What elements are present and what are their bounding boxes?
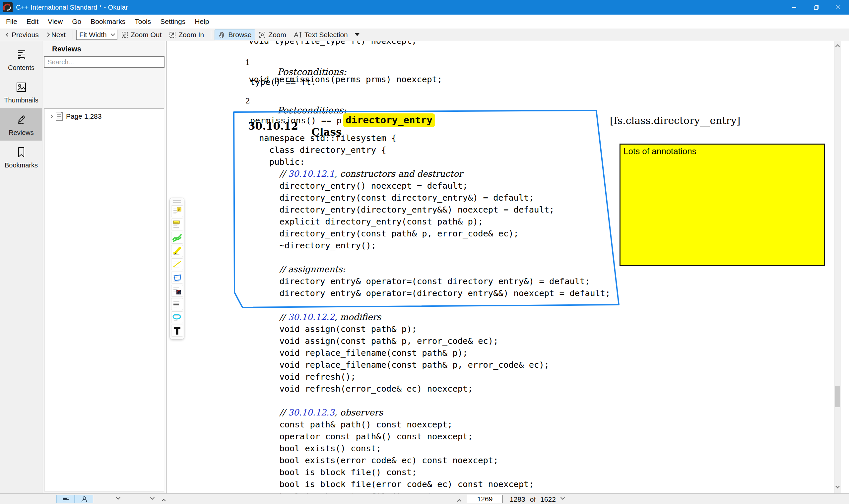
scrollbar-thumb[interactable] — [835, 386, 840, 407]
doc-paragraph-1: 1 Postconditions: type() == ft. — [236, 52, 346, 93]
previous-page-chevron-icon[interactable] — [457, 499, 461, 503]
inline-note-annotation[interactable]: Lots of annotations — [619, 144, 825, 266]
tool-menu-caret-icon[interactable] — [355, 33, 360, 36]
navigation-sidebar: Contents Thumbnails Reviews Bookmarks — [0, 41, 42, 504]
doc-code-signature: void permissions(perms prms) noexcept; — [249, 74, 442, 84]
hand-icon — [218, 31, 226, 38]
menu-edit[interactable]: Edit — [22, 15, 43, 29]
contents-icon — [14, 48, 29, 62]
freehand-line-tool-button[interactable] — [171, 232, 183, 244]
zoom-out-button[interactable]: Zoom Out — [118, 30, 165, 40]
zoom-in-icon — [169, 31, 176, 38]
reviews-panel: Reviews Page 1,283 — [43, 41, 166, 493]
reviews-pen-icon — [14, 112, 29, 127]
annotation-author-view-toggle[interactable] — [75, 495, 93, 503]
panel-expand-chevron-icon[interactable] — [162, 499, 166, 503]
zoom-in-button[interactable]: Zoom In — [165, 30, 207, 40]
stamp-tool-button[interactable] — [171, 285, 183, 297]
polygon-tool-button[interactable] — [171, 272, 183, 284]
annotation-list-view-toggle[interactable] — [56, 495, 75, 503]
toolbar-separator — [211, 31, 211, 39]
view-options-chevron-icon[interactable] — [116, 496, 120, 500]
popup-note-tool-button[interactable] — [171, 205, 183, 217]
reviews-search-input[interactable] — [44, 56, 164, 68]
reviews-panel-title: Reviews — [52, 45, 166, 53]
document-view[interactable]: void type(file_type ft) noexcept; 1 Post… — [166, 41, 841, 493]
window-title: C++ International Standard * - Okular — [16, 4, 128, 11]
okular-window: C++ International Standard * - Okular Fi… — [0, 0, 849, 504]
reviews-tree-item-page[interactable]: Page 1,283 — [44, 109, 164, 123]
chevron-right-icon — [46, 33, 50, 37]
sidebar-item-contents[interactable]: Contents — [0, 43, 42, 76]
reviews-tree: Page 1,283 — [44, 108, 164, 491]
sidebar-item-reviews[interactable]: Reviews — [0, 108, 42, 141]
menu-file[interactable]: File — [1, 15, 22, 29]
expander-chevron-icon[interactable] — [49, 114, 53, 118]
drag-handle[interactable] — [173, 200, 181, 203]
menu-bookmarks[interactable]: Bookmarks — [86, 15, 130, 29]
titlebar: C++ International Standard * - Okular — [0, 0, 849, 15]
stable-name-tag: [fs.class.directory__entry] — [610, 115, 741, 126]
sidebar-item-thumbnails[interactable]: Thumbnails — [0, 76, 42, 108]
chevron-down-icon — [111, 32, 115, 36]
zoom-tool-button[interactable]: Zoom — [255, 30, 290, 40]
inline-note-tool-button[interactable] — [171, 218, 183, 231]
minimize-button[interactable] — [783, 0, 805, 15]
previous-button[interactable]: Previous — [3, 30, 42, 40]
chevron-left-icon — [6, 33, 10, 37]
highlight-annotation[interactable]: directory_entry — [343, 113, 435, 127]
close-button[interactable] — [827, 0, 849, 15]
doc-section-heading: 30.10.12 Class directory_entry [fs.class… — [166, 114, 841, 131]
browse-tool-button[interactable]: Browse — [215, 30, 255, 40]
doc-code-listing: namespace std::filesystem { class direct… — [259, 132, 610, 493]
next-page-chevron-icon[interactable] — [560, 496, 565, 500]
scroll-up-arrow-icon[interactable] — [835, 44, 840, 49]
panel-collapse-chevron-icon[interactable] — [150, 496, 155, 500]
thumbnails-icon — [14, 80, 29, 94]
zoom-tool-icon — [259, 31, 266, 38]
page-position-label: 1283of1622 — [510, 496, 560, 503]
menu-settings[interactable]: Settings — [156, 15, 190, 29]
text-selection-tool-button[interactable]: Text Selection — [290, 30, 351, 40]
highlighter-tool-button[interactable] — [171, 245, 183, 257]
menu-go[interactable]: Go — [67, 15, 86, 29]
page-document-icon — [56, 112, 63, 121]
annotation-toolbar — [169, 198, 184, 340]
ellipse-tool-button[interactable] — [171, 311, 183, 323]
okular-app-icon — [3, 2, 13, 12]
restore-button[interactable] — [805, 0, 827, 15]
menu-tools[interactable]: Tools — [130, 15, 156, 29]
scroll-down-arrow-icon[interactable] — [835, 484, 840, 488]
page-number-input[interactable] — [467, 495, 503, 503]
vertical-scrollbar[interactable] — [834, 41, 841, 493]
underline-tool-button[interactable] — [171, 298, 183, 310]
menu-help[interactable]: Help — [190, 15, 214, 29]
menubar: File Edit View Go Bookmarks Tools Settin… — [0, 15, 849, 29]
next-button[interactable]: Next — [42, 30, 69, 40]
sidebar-item-bookmarks[interactable]: Bookmarks — [0, 141, 42, 173]
straight-line-tool-button[interactable] — [171, 258, 183, 270]
menu-view[interactable]: View — [43, 15, 67, 29]
status-bar: 1283of1622 — [0, 493, 849, 504]
main-toolbar: Previous Next Fit Width Zoom Out Zoom In — [0, 29, 849, 41]
bookmark-icon — [14, 145, 29, 160]
typewriter-tool-button[interactable] — [171, 325, 183, 337]
toolbar-separator — [73, 31, 73, 39]
doc-code-signature: void type(file_type ft) noexcept; — [249, 41, 417, 46]
text-selection-icon — [293, 31, 302, 38]
fit-mode-combobox[interactable]: Fit Width — [76, 30, 118, 40]
zoom-out-icon — [121, 31, 128, 38]
